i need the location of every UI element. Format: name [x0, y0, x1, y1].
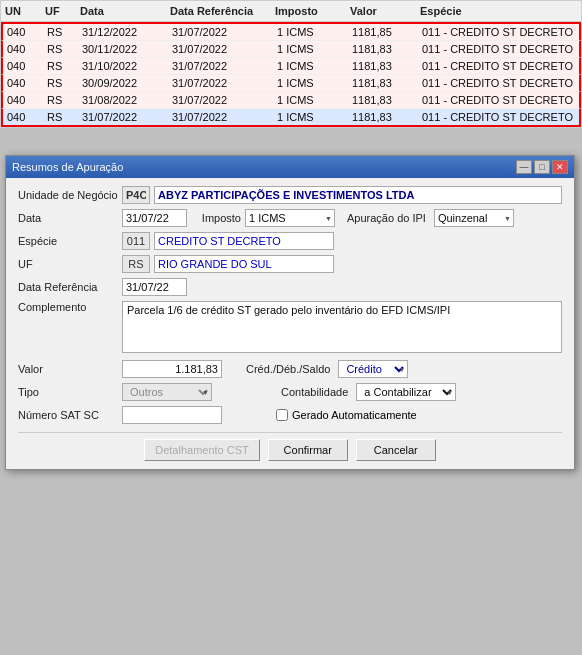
cred-deb-label: Créd./Déb./Saldo — [246, 363, 330, 375]
tipo-select-wrapper: Outros — [122, 383, 212, 401]
unidade-label: Unidade de Negócio — [18, 189, 118, 201]
cell-imposto: 1 ICMS — [273, 41, 348, 57]
cell-uf: RS — [43, 58, 78, 74]
cell-data: 31/10/2022 — [78, 58, 168, 74]
table-row[interactable]: 040 RS 30/11/2022 31/07/2022 1 ICMS 1181… — [1, 41, 581, 58]
col-uf: UF — [41, 3, 76, 19]
cell-data-ref: 31/07/2022 — [168, 109, 273, 125]
row-tipo: Tipo Outros Contabilidade a Contabilizar — [18, 383, 562, 401]
data-ref-input[interactable] — [122, 278, 187, 296]
imposto-select[interactable]: 1 ICMS — [245, 209, 335, 227]
apuracao-select[interactable]: Quinzenal — [434, 209, 514, 227]
tipo-label: Tipo — [18, 386, 118, 398]
titlebar-buttons: — □ ✕ — [516, 160, 568, 174]
cell-data: 30/09/2022 — [78, 75, 168, 91]
cell-data: 31/12/2022 — [78, 24, 168, 40]
cell-uf: RS — [43, 92, 78, 108]
detalhamento-button[interactable]: Detalhamento CST — [144, 439, 260, 461]
cell-uf: RS — [43, 109, 78, 125]
cell-data: 31/07/2022 — [78, 109, 168, 125]
cell-data-ref: 31/07/2022 — [168, 24, 273, 40]
cell-data-ref: 31/07/2022 — [168, 75, 273, 91]
cell-especie: 011 - CREDITO ST DECRETO — [418, 92, 579, 108]
gerado-checkbox[interactable] — [276, 409, 288, 421]
unidade-name-input — [154, 186, 562, 204]
table-header: UN UF Data Data Referência Imposto Valor… — [1, 1, 581, 22]
modal-titlebar: Resumos de Apuração — □ ✕ — [6, 156, 574, 178]
tipo-select[interactable]: Outros — [122, 383, 212, 401]
row-valor: Valor Créd./Déb./Saldo Crédito — [18, 360, 562, 378]
col-imposto: Imposto — [271, 3, 346, 19]
col-especie: Espécie — [416, 3, 581, 19]
sat-input[interactable] — [122, 406, 222, 424]
cell-imposto: 1 ICMS — [273, 58, 348, 74]
minimize-button[interactable]: — — [516, 160, 532, 174]
cell-valor: 1181,83 — [348, 75, 418, 91]
data-input[interactable] — [122, 209, 187, 227]
complemento-wrapper: Parcela 1/6 de crédito ST gerado pelo in… — [122, 301, 562, 355]
row-uf: UF — [18, 255, 562, 273]
table-row[interactable]: 040 RS 31/10/2022 31/07/2022 1 ICMS 1181… — [1, 58, 581, 75]
imposto-label: Imposto — [191, 212, 241, 224]
table-row[interactable]: 040 RS 31/12/2022 31/07/2022 1 ICMS 1181… — [1, 22, 581, 41]
col-data: Data — [76, 3, 166, 19]
unidade-code-input[interactable] — [122, 186, 150, 204]
contab-select-wrapper: a Contabilizar — [356, 383, 456, 401]
apuracao-label: Apuração do IPI — [347, 212, 426, 224]
gerado-label: Gerado Automaticamente — [292, 409, 417, 421]
cell-especie: 011 - CREDITO ST DECRETO — [418, 24, 579, 40]
confirmar-button[interactable]: Confirmar — [268, 439, 348, 461]
cell-data: 31/08/2022 — [78, 92, 168, 108]
cell-un: 040 — [3, 92, 43, 108]
cell-valor: 1181,83 — [348, 41, 418, 57]
cell-valor: 1181,83 — [348, 109, 418, 125]
gerado-row: Gerado Automaticamente — [276, 409, 417, 421]
cred-select[interactable]: Crédito — [338, 360, 408, 378]
col-un: UN — [1, 3, 41, 19]
data-ref-label: Data Referência — [18, 281, 118, 293]
data-label: Data — [18, 212, 118, 224]
col-data-ref: Data Referência — [166, 3, 271, 19]
especie-code-input[interactable] — [122, 232, 150, 250]
sat-label: Número SAT SC — [18, 409, 118, 421]
cell-data-ref: 31/07/2022 — [168, 41, 273, 57]
row-data-imposto: Data Imposto 1 ICMS Apuração do IPI Quin… — [18, 209, 562, 227]
uf-code-input[interactable] — [122, 255, 150, 273]
cell-un: 040 — [3, 75, 43, 91]
apuracao-select-wrapper: Quinzenal — [434, 209, 514, 227]
cancelar-button[interactable]: Cancelar — [356, 439, 436, 461]
uf-name-input — [154, 255, 334, 273]
row-complemento: Complemento Parcela 1/6 de crédito ST ge… — [18, 301, 562, 355]
table-container: UN UF Data Data Referência Imposto Valor… — [0, 0, 582, 128]
valor-input[interactable] — [122, 360, 222, 378]
table-row[interactable]: 040 RS 31/08/2022 31/07/2022 1 ICMS 1181… — [1, 92, 581, 109]
close-button[interactable]: ✕ — [552, 160, 568, 174]
cell-uf: RS — [43, 75, 78, 91]
cell-imposto: 1 ICMS — [273, 24, 348, 40]
cell-uf: RS — [43, 41, 78, 57]
table-row[interactable]: 040 RS 30/09/2022 31/07/2022 1 ICMS 1181… — [1, 75, 581, 92]
cell-valor: 1181,83 — [348, 92, 418, 108]
cell-especie: 011 - CREDITO ST DECRETO — [418, 41, 579, 57]
table-row[interactable]: 040 RS 31/07/2022 31/07/2022 1 ICMS 1181… — [1, 109, 581, 127]
cell-especie: 011 - CREDITO ST DECRETO — [418, 58, 579, 74]
contab-select[interactable]: a Contabilizar — [356, 383, 456, 401]
cell-uf: RS — [43, 24, 78, 40]
complemento-label: Complemento — [18, 301, 118, 313]
especie-name-input — [154, 232, 334, 250]
table-body: 040 RS 31/12/2022 31/07/2022 1 ICMS 1181… — [1, 22, 581, 127]
modal-body: Unidade de Negócio Data Imposto 1 ICMS A… — [6, 178, 574, 469]
cell-valor: 1181,83 — [348, 58, 418, 74]
complemento-textarea[interactable]: Parcela 1/6 de crédito ST gerado pelo in… — [122, 301, 562, 353]
cell-data-ref: 31/07/2022 — [168, 58, 273, 74]
cell-data: 30/11/2022 — [78, 41, 168, 57]
button-row: Detalhamento CST Confirmar Cancelar — [18, 432, 562, 461]
maximize-button[interactable]: □ — [534, 160, 550, 174]
cell-imposto: 1 ICMS — [273, 75, 348, 91]
especie-label: Espécie — [18, 235, 118, 247]
row-especie: Espécie — [18, 232, 562, 250]
cell-especie: 011 - CREDITO ST DECRETO — [418, 109, 579, 125]
cell-imposto: 1 ICMS — [273, 92, 348, 108]
imposto-select-wrapper: 1 ICMS — [245, 209, 335, 227]
cell-un: 040 — [3, 109, 43, 125]
